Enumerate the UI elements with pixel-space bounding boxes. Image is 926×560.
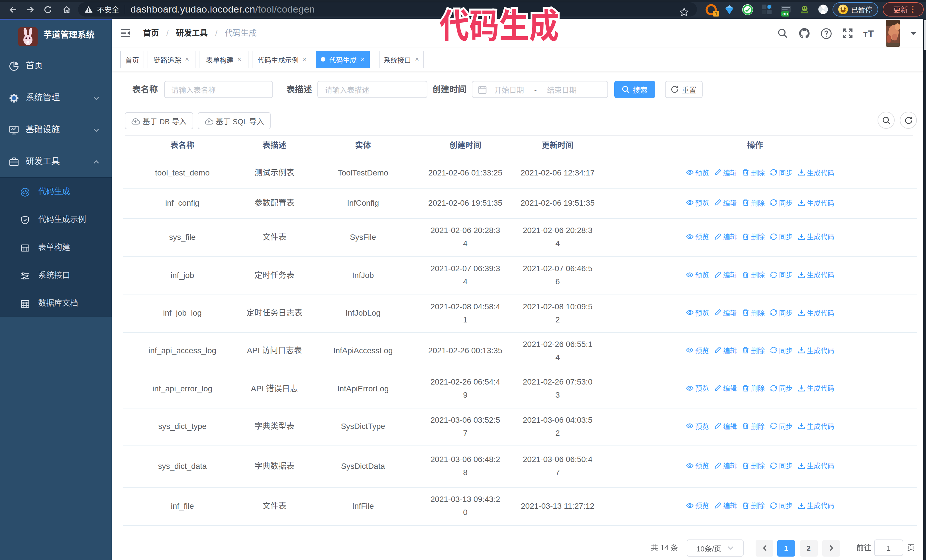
svg-text:T: T bbox=[863, 30, 868, 38]
svg-text:T: T bbox=[868, 28, 874, 38]
